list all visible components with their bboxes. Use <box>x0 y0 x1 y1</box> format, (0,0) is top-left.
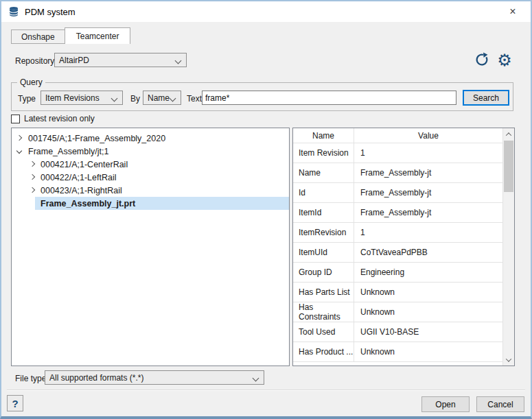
prop-name: Has Constraints <box>293 302 354 322</box>
scroll-down-icon[interactable] <box>503 354 514 366</box>
file-type-value: All supported formats (*.*) <box>49 373 143 383</box>
tree-item-label: Frame_Assembly/jt;1 <box>28 147 108 156</box>
tree-item[interactable]: 000422/A;1-LeftRail <box>12 171 289 184</box>
refresh-button[interactable] <box>474 52 490 69</box>
latest-revision-checkbox[interactable] <box>11 115 20 123</box>
file-type-select[interactable]: All supported formats (*.*) <box>45 370 264 385</box>
tab-bar: Onshape Teamcenter <box>11 27 130 44</box>
scrollbar-thumb[interactable] <box>504 141 513 192</box>
chevron-right-icon[interactable] <box>30 174 35 180</box>
pdm-system-dialog: PDM system × Onshape Teamcenter Reposito… <box>0 0 532 419</box>
column-header-value[interactable]: Value <box>354 128 502 143</box>
prop-name: Group ID <box>293 263 354 282</box>
open-button[interactable]: Open <box>421 396 470 412</box>
prop-value: UGII V10-BASE <box>354 322 502 342</box>
footer-divider <box>7 390 525 391</box>
table-row[interactable]: ItemRevision 1 <box>293 223 502 243</box>
prop-name: ItemUId <box>293 243 354 262</box>
prop-value: Frame_Assembly-jt <box>354 163 502 182</box>
table-row[interactable]: Name Frame_Assembly-jt <box>293 163 502 183</box>
prop-name: Has Parts List <box>293 283 354 302</box>
tree-item[interactable]: 001745/A;1-Frame_Assembly_2020 <box>12 132 289 145</box>
table-row[interactable]: Has Product ... Unknown <box>293 342 502 362</box>
table-row[interactable]: ItemUId CoTtVaveaPdPBB <box>293 243 502 263</box>
prop-value: Frame_Assembly-jt <box>354 183 502 202</box>
table-row[interactable]: Id Frame_Assembly-jt <box>293 183 502 203</box>
chevron-down-icon <box>111 95 118 102</box>
close-icon[interactable]: × <box>499 1 527 21</box>
repository-select[interactable]: AltairPD <box>54 53 187 67</box>
chevron-right-icon[interactable] <box>16 135 22 141</box>
vertical-scrollbar[interactable] <box>502 128 514 366</box>
repository-label: Repository <box>15 56 54 66</box>
prop-value: 1 <box>354 143 502 163</box>
tree-item-label: 001745/A;1-Frame_Assembly_2020 <box>28 134 165 143</box>
title-bar: PDM system × <box>1 1 531 22</box>
prop-name: Item Revision <box>293 143 354 163</box>
properties-table: Name Value Item Revision 1 Name Frame_As… <box>293 128 502 362</box>
prop-name: Name <box>293 163 354 182</box>
query-group-label: Query <box>17 77 45 87</box>
column-header-name[interactable]: Name <box>293 128 354 143</box>
prop-name: Tool Used <box>293 322 354 342</box>
table-row[interactable]: Group ID Engineering <box>293 263 502 283</box>
latest-revision-row: Latest revision only <box>11 114 95 123</box>
results-tree: 001745/A;1-Frame_Assembly_2020 Frame_Ass… <box>11 128 290 366</box>
cancel-button[interactable]: Cancel <box>476 396 524 412</box>
tab-onshape[interactable]: Onshape <box>11 29 65 44</box>
search-button[interactable]: Search <box>463 90 509 106</box>
tree-item[interactable]: 000421/A;1-CenterRail <box>12 158 289 171</box>
properties-panel: Name Value Item Revision 1 Name Frame_As… <box>292 128 515 366</box>
table-row[interactable]: Item Revision 1 <box>293 143 502 163</box>
chevron-down-icon <box>170 95 176 102</box>
tree-item[interactable]: Frame_Assembly/jt;1 <box>12 145 289 158</box>
by-value: Name <box>148 93 170 103</box>
tree-item-selected[interactable]: Frame_Assembly_jt.prt <box>35 197 289 210</box>
table-row[interactable]: Tool Used UGII V10-BASE <box>293 322 502 342</box>
database-icon <box>8 6 19 17</box>
prop-name: ItemId <box>293 203 354 222</box>
search-text-input[interactable] <box>202 91 456 105</box>
scroll-up-icon[interactable] <box>503 128 514 140</box>
tree-item-label: 000422/A;1-LeftRail <box>41 173 117 182</box>
gear-icon: ⚙ <box>497 52 512 69</box>
tab-teamcenter[interactable]: Teamcenter <box>65 27 131 44</box>
prop-value: Engineering <box>354 263 502 282</box>
chevron-right-icon[interactable] <box>30 187 35 193</box>
window-title: PDM system <box>25 7 76 17</box>
prop-name: Has Product ... <box>293 342 354 361</box>
prop-value: 1 <box>354 223 502 242</box>
latest-revision-label: Latest revision only <box>24 114 95 123</box>
by-label: By <box>130 94 140 104</box>
table-row[interactable]: ItemId Frame_Assembly-jt <box>293 203 502 223</box>
prop-value: Frame_Assembly-jt <box>354 203 502 222</box>
tree-item-label: Frame_Assembly_jt.prt <box>41 199 135 208</box>
table-row[interactable]: Has Parts List Unknown <box>293 283 502 302</box>
by-select[interactable]: Name <box>143 91 181 105</box>
prop-value: CoTtVaveaPdPBB <box>354 243 502 262</box>
tree-item-label: 000421/A;1-CenterRail <box>41 160 128 169</box>
prop-name: Id <box>293 183 354 202</box>
chevron-down-icon <box>253 375 259 382</box>
tree-item-label: 000423/A;1-RightRail <box>41 186 122 195</box>
chevron-right-icon[interactable] <box>30 161 35 167</box>
type-label: Type <box>18 94 36 104</box>
table-row[interactable]: Has Constraints Unknown <box>293 302 502 322</box>
type-value: Item Revisions <box>45 93 100 103</box>
refresh-icon <box>474 52 489 69</box>
prop-value: Unknown <box>354 302 502 322</box>
prop-name: ItemRevision <box>293 223 354 242</box>
prop-value: Unknown <box>354 283 502 302</box>
file-type-label: File type <box>15 374 46 383</box>
repository-value: AltairPD <box>59 56 89 65</box>
type-select[interactable]: Item Revisions <box>41 91 123 105</box>
chevron-down-icon[interactable] <box>16 148 22 154</box>
settings-button[interactable]: ⚙ <box>496 51 513 69</box>
prop-value: Unknown <box>354 342 502 361</box>
table-header: Name Value <box>293 128 502 143</box>
chevron-down-icon <box>175 58 182 64</box>
tree-item[interactable]: 000423/A;1-RightRail <box>12 184 289 197</box>
help-button[interactable]: ? <box>7 395 23 411</box>
text-label: Text <box>187 94 202 104</box>
